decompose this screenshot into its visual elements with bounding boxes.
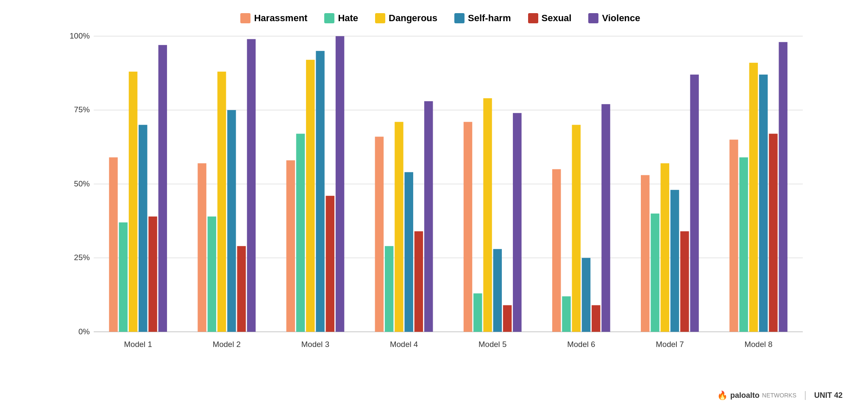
legend-item-selfharm: Self-harm <box>454 13 511 24</box>
bar-model-3-hate <box>296 134 305 332</box>
bar-model-1-selfharm <box>139 125 147 332</box>
legend-label-harassment: Harassment <box>254 13 307 24</box>
legend-item-violence: Violence <box>588 13 640 24</box>
bar-model-6-harassment <box>552 169 561 332</box>
bar-model-1-sexual <box>148 216 157 332</box>
legend-swatch-selfharm <box>454 13 465 23</box>
bar-model-2-hate <box>208 216 216 332</box>
watermark: 🔥 paloalto NETWORKS UNIT 42 <box>717 390 843 400</box>
legend-label-selfharm: Self-harm <box>468 13 511 24</box>
bar-model-2-dangerous <box>217 72 226 332</box>
legend-label-sexual: Sexual <box>542 13 572 24</box>
legend-label-dangerous: Dangerous <box>389 13 437 24</box>
unit42-text: UNIT 42 <box>805 391 843 400</box>
legend-item-sexual: Sexual <box>528 13 572 24</box>
bar-model-3-dangerous <box>306 60 314 332</box>
bar-model-6-sexual <box>592 305 600 332</box>
bar-model-3-harassment <box>287 160 295 332</box>
bar-model-2-violence <box>247 39 256 332</box>
bar-model-3-sexual <box>326 196 334 332</box>
bar-model-1-hate <box>119 222 128 332</box>
bar-model-2-harassment <box>198 163 206 332</box>
bar-model-8-dangerous <box>749 63 758 332</box>
legend-item-harassment: Harassment <box>240 13 307 24</box>
bar-chart: 0%25%50%75%100%Model 1Model 2Model 3Mode… <box>38 32 843 355</box>
bar-model-1-dangerous <box>129 72 137 332</box>
legend-swatch-harassment <box>240 13 250 23</box>
model-label-3: Model 4 <box>390 340 418 349</box>
legend-label-hate: Hate <box>338 13 358 24</box>
bar-model-7-sexual <box>680 231 689 332</box>
legend-swatch-dangerous <box>375 13 385 23</box>
bar-model-8-hate <box>739 157 748 332</box>
bar-model-4-harassment <box>375 137 384 332</box>
bar-model-7-violence <box>690 75 698 332</box>
svg-text:25%: 25% <box>74 253 90 262</box>
paloalto-icon: 🔥 <box>717 390 728 400</box>
bar-model-7-hate <box>651 214 659 332</box>
legend-item-hate: Hate <box>324 13 358 24</box>
bar-model-8-sexual <box>769 134 777 332</box>
bar-model-8-violence <box>779 42 787 332</box>
legend-label-violence: Violence <box>602 13 640 24</box>
bar-model-4-sexual <box>415 231 423 332</box>
bar-model-6-hate <box>562 296 570 332</box>
chart-container: Harassment Hate Dangerous Self-harm Sexu… <box>0 0 868 408</box>
model-label-7: Model 8 <box>744 340 772 349</box>
bar-model-5-violence <box>513 113 521 332</box>
model-label-1: Model 2 <box>213 340 241 349</box>
bar-model-7-selfharm <box>670 190 679 332</box>
bar-model-7-harassment <box>641 175 649 332</box>
networks-text: NETWORKS <box>762 392 796 399</box>
bar-model-2-sexual <box>237 246 245 332</box>
bar-model-5-hate <box>473 293 482 332</box>
bar-model-1-harassment <box>109 157 117 332</box>
bar-model-6-violence <box>601 104 610 332</box>
model-label-4: Model 5 <box>479 340 506 349</box>
bar-model-7-dangerous <box>661 163 669 332</box>
bar-model-3-selfharm <box>316 51 324 332</box>
svg-text:100%: 100% <box>70 31 90 40</box>
bar-model-1-violence <box>159 45 167 332</box>
bar-model-6-dangerous <box>572 125 580 332</box>
bar-model-4-hate <box>385 246 393 332</box>
bar-model-5-harassment <box>464 122 472 332</box>
bar-model-8-selfharm <box>759 75 768 332</box>
model-label-6: Model 7 <box>656 340 684 349</box>
bar-model-6-selfharm <box>582 258 590 332</box>
bar-model-5-dangerous <box>483 98 492 332</box>
svg-text:50%: 50% <box>74 179 90 188</box>
legend-swatch-violence <box>588 13 598 23</box>
model-label-5: Model 6 <box>567 340 595 349</box>
paloalto-logo: 🔥 paloalto NETWORKS <box>717 390 796 400</box>
chart-legend: Harassment Hate Dangerous Self-harm Sexu… <box>38 13 843 24</box>
legend-swatch-sexual <box>528 13 538 23</box>
bar-model-3-violence <box>336 36 344 332</box>
model-label-2: Model 3 <box>301 340 329 349</box>
bar-model-2-selfharm <box>227 110 236 332</box>
bar-model-4-violence <box>424 101 433 332</box>
bar-model-4-selfharm <box>404 172 413 332</box>
legend-item-dangerous: Dangerous <box>375 13 437 24</box>
svg-text:0%: 0% <box>78 327 90 336</box>
bar-model-8-harassment <box>729 140 738 332</box>
paloalto-text: paloalto <box>730 391 760 400</box>
bar-model-4-dangerous <box>395 122 403 332</box>
svg-text:75%: 75% <box>74 105 90 114</box>
model-label-0: Model 1 <box>124 340 152 349</box>
bar-model-5-sexual <box>503 305 512 332</box>
bar-model-5-selfharm <box>493 249 502 332</box>
legend-swatch-hate <box>324 13 334 23</box>
